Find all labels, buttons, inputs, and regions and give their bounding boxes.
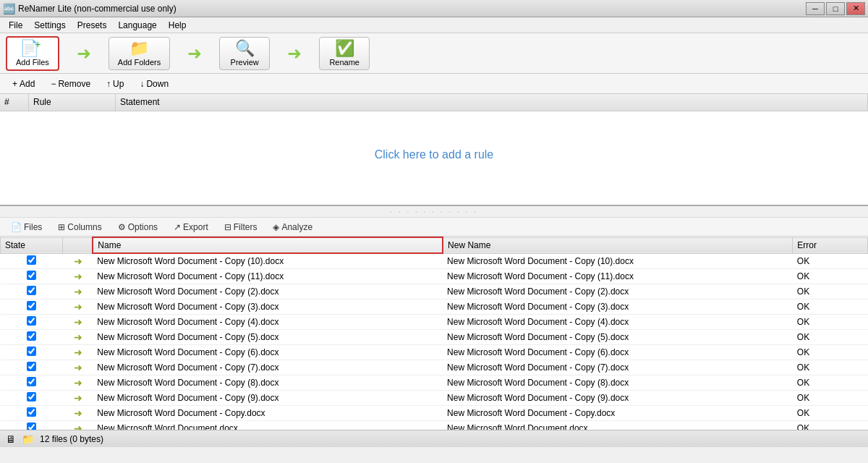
arrow-icon: ➜	[74, 377, 82, 388]
file-new-name: New Microsoft Word Document - Copy (6).d…	[443, 344, 793, 360]
table-row[interactable]: ➜New Microsoft Word Document - Copy (7).…	[1, 360, 868, 375]
arrow-icon: ➜	[74, 407, 82, 419]
rules-body[interactable]: Click here to add a rule	[0, 111, 868, 198]
file-state[interactable]	[1, 268, 63, 284]
file-checkbox[interactable]	[27, 362, 36, 371]
file-arrow: ➜	[63, 360, 93, 375]
file-arrow: ➜	[63, 420, 93, 430]
file-checkbox[interactable]	[27, 347, 36, 356]
file-checkbox[interactable]	[27, 377, 36, 386]
file-state[interactable]	[1, 420, 63, 430]
filters-tab-icon: ⊟	[224, 222, 231, 232]
col-state[interactable]: State	[1, 237, 63, 253]
add-files-icon: 📄+	[20, 41, 45, 56]
file-error: OK	[793, 375, 868, 390]
minimize-button[interactable]: ─	[806, 2, 825, 15]
file-error: OK	[793, 420, 868, 430]
tab-columns[interactable]: ⊞ Columns	[50, 220, 109, 234]
table-row[interactable]: ➜New Microsoft Word Document - Copy (4).…	[1, 314, 868, 329]
file-state[interactable]	[1, 329, 63, 344]
table-row[interactable]: ➜New Microsoft Word Document - Copy (10)…	[1, 253, 868, 268]
menu-help[interactable]: Help	[163, 19, 192, 32]
section-separator: · · · · · · · · · · ·	[0, 206, 868, 218]
file-checkbox[interactable]	[27, 392, 36, 402]
menu-presets[interactable]: Presets	[72, 19, 113, 32]
add-rule-text[interactable]: Click here to add a rule	[375, 148, 494, 161]
table-row[interactable]: ➜New Microsoft Word Document - Copy (6).…	[1, 344, 868, 360]
file-arrow: ➜	[63, 268, 93, 284]
arrow-icon: ➜	[74, 255, 82, 267]
add-folders-button[interactable]: 📁 Add Folders	[109, 37, 170, 70]
file-name: New Microsoft Word Document - Copy (8).d…	[93, 375, 443, 390]
tab-options[interactable]: ⚙ Options	[110, 220, 166, 234]
tab-files[interactable]: 📄 Files	[3, 220, 50, 234]
up-label: Up	[113, 79, 124, 89]
tab-analyze[interactable]: ◈ Analyze	[265, 220, 320, 234]
rename-button[interactable]: ✅ Rename	[319, 37, 370, 70]
file-error: OK	[793, 344, 868, 360]
file-checkbox[interactable]	[27, 316, 36, 326]
menu-file[interactable]: File	[3, 19, 28, 32]
table-row[interactable]: ➜New Microsoft Word Document - Copy.docx…	[1, 405, 868, 420]
options-tab-label: Options	[128, 222, 158, 232]
title-bar: 🔤 ReNamer Lite (non-commercial use only)…	[0, 0, 868, 17]
arrow-1: ➜	[77, 43, 91, 64]
menu-settings[interactable]: Settings	[28, 19, 71, 32]
maximize-button[interactable]: □	[826, 2, 845, 15]
file-checkbox[interactable]	[27, 271, 36, 280]
table-row[interactable]: ➜New Microsoft Word Document - Copy (5).…	[1, 329, 868, 344]
file-state[interactable]	[1, 390, 63, 405]
file-checkbox[interactable]	[27, 407, 36, 417]
table-row[interactable]: ➜New Microsoft Word Document - Copy (3).…	[1, 299, 868, 314]
table-row[interactable]: ➜New Microsoft Word Document - Copy (9).…	[1, 390, 868, 405]
down-rule-button[interactable]: ↓ Down	[133, 77, 175, 91]
add-files-label: Add Files	[16, 58, 49, 67]
table-row[interactable]: ➜New Microsoft Word Document.docxNew Mic…	[1, 420, 868, 430]
preview-label: Preview	[231, 58, 259, 67]
add-rule-button[interactable]: + Add	[6, 77, 41, 91]
file-arrow: ➜	[63, 375, 93, 390]
preview-icon: 🔍	[235, 41, 255, 56]
remove-rule-button[interactable]: − Remove	[44, 77, 97, 91]
title-bar-left: 🔤 ReNamer Lite (non-commercial use only)	[3, 3, 176, 14]
rules-table-header: # Rule Statement	[0, 94, 868, 111]
app-icon: 🔤	[3, 3, 15, 14]
file-arrow: ➜	[63, 253, 93, 268]
file-checkbox[interactable]	[27, 301, 36, 310]
file-state[interactable]	[1, 314, 63, 329]
file-checkbox[interactable]	[27, 331, 36, 341]
file-state[interactable]	[1, 299, 63, 314]
file-state[interactable]	[1, 375, 63, 390]
table-row[interactable]: ➜New Microsoft Word Document - Copy (8).…	[1, 375, 868, 390]
file-checkbox[interactable]	[27, 422, 36, 430]
col-error[interactable]: Error	[793, 237, 868, 253]
tab-filters[interactable]: ⊟ Filters	[216, 220, 265, 234]
close-button[interactable]: ✕	[846, 2, 865, 15]
app-title: ReNamer Lite (non-commercial use only)	[18, 4, 176, 14]
add-files-button[interactable]: 📄+ Add Files	[6, 36, 59, 71]
file-name: New Microsoft Word Document - Copy (2).d…	[93, 284, 443, 299]
col-name[interactable]: Name	[93, 237, 443, 253]
file-new-name: New Microsoft Word Document - Copy (5).d…	[443, 329, 793, 344]
preview-button[interactable]: 🔍 Preview	[219, 37, 270, 70]
file-checkbox[interactable]	[27, 255, 36, 265]
col-arrow	[63, 237, 93, 253]
arrow-3: ➜	[287, 43, 302, 64]
file-state[interactable]	[1, 405, 63, 420]
tab-export[interactable]: ↗ Export	[166, 220, 216, 234]
menu-language[interactable]: Language	[112, 19, 162, 32]
table-row[interactable]: ➜New Microsoft Word Document - Copy (11)…	[1, 268, 868, 284]
table-row[interactable]: ➜New Microsoft Word Document - Copy (2).…	[1, 284, 868, 299]
file-state[interactable]	[1, 344, 63, 360]
status-bar: 🖥 📁 12 files (0 bytes)	[0, 430, 868, 447]
up-rule-button[interactable]: ↑ Up	[100, 77, 130, 91]
col-new-name[interactable]: New Name	[443, 237, 793, 253]
file-state[interactable]	[1, 284, 63, 299]
file-checkbox[interactable]	[27, 286, 36, 295]
down-icon: ↓	[140, 79, 144, 89]
file-state[interactable]	[1, 360, 63, 375]
status-icon-1: 🖥	[6, 433, 16, 445]
file-new-name: New Microsoft Word Document.docx	[443, 420, 793, 430]
file-state[interactable]	[1, 253, 63, 268]
add-folders-label: Add Folders	[118, 58, 161, 67]
